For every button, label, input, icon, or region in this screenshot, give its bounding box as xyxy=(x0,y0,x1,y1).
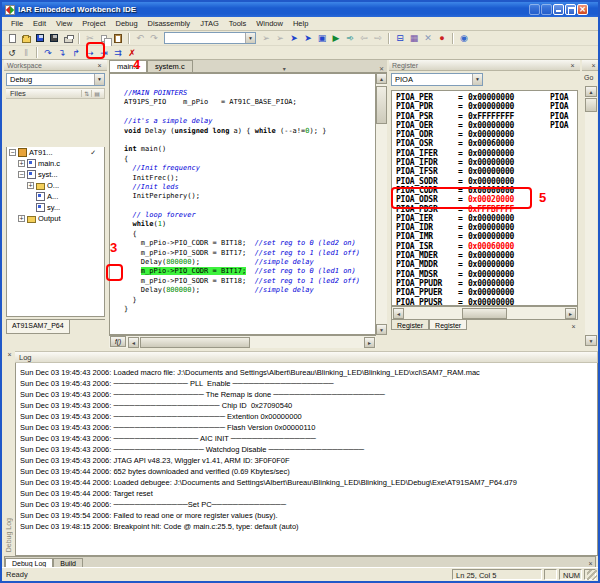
scrollbar-thumb[interactable] xyxy=(462,308,507,319)
menu-tools[interactable]: Tools xyxy=(224,18,252,29)
workspace-file-tree[interactable]: −AT91...✓+main.c−syst...+O...A...sy...+O… xyxy=(6,147,105,317)
previous-bookmark-button[interactable]: ⇦ xyxy=(358,32,371,44)
scroll-down-icon[interactable]: ▼ xyxy=(376,324,387,335)
tree-item-at91[interactable]: −AT91...✓ xyxy=(7,147,104,158)
register-row-pioa_ppusr[interactable]: PIOA_PPUSR=0x00000000 xyxy=(392,298,577,306)
tab-list-icon[interactable]: ▾ xyxy=(283,65,289,72)
step-into-button[interactable]: ↴ xyxy=(56,47,69,59)
register-close-icon[interactable]: × xyxy=(568,61,577,70)
scrollbar-thumb[interactable] xyxy=(585,98,597,112)
register-row-pioa_ppuer[interactable]: PIOA_PPUER=0x00000000 xyxy=(392,288,577,297)
go-button[interactable]: ⇉ xyxy=(112,47,125,59)
tree-expander-icon[interactable]: + xyxy=(18,160,25,167)
scroll-left-icon[interactable]: ◄ xyxy=(128,337,139,348)
register-row-pioa_psr[interactable]: PIOA_PSR=0xFFFFFFFFPIOA xyxy=(392,112,577,121)
chevron-down-icon[interactable]: ▼ xyxy=(472,74,482,85)
register-row-pioa_ifer[interactable]: PIOA_IFER=0x00000000 xyxy=(392,149,577,158)
register-row-pioa_mder[interactable]: PIOA_MDER=0x00000000 xyxy=(392,251,577,260)
register-row-pioa_sodr[interactable]: PIOA_SODR=0x00000000 xyxy=(392,177,577,186)
tree-item-syst[interactable]: −syst... xyxy=(7,169,104,180)
code-area[interactable]: //MAIN POINTERSAT91PS_PIO m_pPio = AT91C… xyxy=(109,73,376,335)
register-row-pioa_ifdr[interactable]: PIOA_IFDR=0x00000000 xyxy=(392,158,577,167)
debug-button[interactable]: ● xyxy=(436,32,449,44)
step-out-button[interactable]: ↱ xyxy=(70,47,83,59)
find-next-button[interactable]: ➢ xyxy=(274,32,287,44)
workspace-project-tab[interactable]: AT91SAM7_P64 xyxy=(6,320,70,334)
menu-disassembly[interactable]: Disassembly xyxy=(143,18,196,29)
options-icon[interactable]: ▤ xyxy=(91,90,100,97)
print-button[interactable] xyxy=(62,32,75,44)
tree-item-sy[interactable]: sy... xyxy=(7,202,104,213)
function-list-button[interactable]: f() xyxy=(110,336,126,347)
editor-close-icon[interactable]: ✕ xyxy=(379,65,387,72)
chevron-down-icon[interactable]: ▼ xyxy=(94,74,104,85)
register-tab-0[interactable]: Register xyxy=(391,320,429,330)
undo-button[interactable]: ↶ xyxy=(134,32,147,44)
register-row-pioa_isr[interactable]: PIOA_ISR=0x00060000 xyxy=(392,242,577,251)
tree-expander-icon[interactable]: − xyxy=(18,171,25,178)
break-button[interactable]: ‖ xyxy=(20,47,33,59)
tree-item-output[interactable]: +Output xyxy=(7,213,104,224)
configuration-combo[interactable]: Debug ▼ xyxy=(6,73,105,86)
tab-main-c[interactable]: main.c xyxy=(109,60,147,72)
scroll-right-icon[interactable]: ► xyxy=(565,308,576,319)
register-row-pioa_ifsr[interactable]: PIOA_IFSR=0x00000000 xyxy=(392,167,577,176)
tree-expander-icon[interactable]: + xyxy=(27,182,34,189)
register-row-pioa_mddr[interactable]: PIOA_MDDR=0x00000000 xyxy=(392,260,577,269)
menu-project[interactable]: Project xyxy=(77,18,110,29)
menu-help[interactable]: Help xyxy=(288,18,313,29)
macro-quicklaunch-button[interactable]: ◉ xyxy=(458,32,471,44)
minimize-button[interactable] xyxy=(553,4,564,15)
toggle-breakpoint-button[interactable]: ➤ xyxy=(288,32,301,44)
close-button[interactable]: ✕ xyxy=(577,4,588,15)
paste-button[interactable] xyxy=(112,32,125,44)
find-previous-button[interactable]: ➢ xyxy=(260,32,273,44)
maximize-button[interactable] xyxy=(565,4,576,15)
new-document-button[interactable] xyxy=(6,32,19,44)
workspace-close-icon[interactable]: × xyxy=(95,61,104,70)
save-all-button[interactable] xyxy=(48,32,61,44)
redo-button[interactable]: ↷ xyxy=(148,32,161,44)
scroll-down-icon[interactable]: ▼ xyxy=(585,335,597,346)
register-row-pioa_mdsr[interactable]: PIOA_MDSR=0x00000000 xyxy=(392,270,577,279)
register-row-pioa_odr[interactable]: PIOA_ODR=0x00000000 xyxy=(392,130,577,139)
menu-edit[interactable]: Edit xyxy=(28,18,51,29)
debugger-windows-button[interactable]: ▣ xyxy=(316,32,329,44)
menu-view[interactable]: View xyxy=(51,18,77,29)
side-panel-close-icon[interactable]: × xyxy=(589,61,598,70)
make-button[interactable]: ▶ xyxy=(330,32,343,44)
sort-icon[interactable]: ⇅ xyxy=(81,90,91,97)
menu-debug[interactable]: Debug xyxy=(111,18,143,29)
menu-file[interactable]: File xyxy=(6,18,28,29)
search-combo-value[interactable] xyxy=(165,33,245,43)
register-row-pioa_ppudr[interactable]: PIOA_PPUDR=0x00000000 xyxy=(392,279,577,288)
next-bookmark-button[interactable]: ⇨ xyxy=(372,32,385,44)
register-tabs-close-icon[interactable]: × xyxy=(569,320,578,331)
compile-button[interactable]: ➾ xyxy=(344,32,357,44)
scroll-up-icon[interactable]: ▲ xyxy=(376,73,387,84)
resize-grip[interactable] xyxy=(587,570,597,580)
register-row-pioa_osr[interactable]: PIOA_OSR=0x00060000 xyxy=(392,139,577,148)
scroll-left-icon[interactable]: ◄ xyxy=(393,308,404,319)
scroll-up-icon[interactable]: ▲ xyxy=(585,86,597,97)
project-options-button[interactable]: ▦ xyxy=(408,32,421,44)
reset-button[interactable]: ↺ xyxy=(6,47,19,59)
tab-system-c[interactable]: system.c xyxy=(147,60,193,72)
scrollbar-thumb[interactable] xyxy=(376,86,387,124)
source-browser-button[interactable]: ⊟ xyxy=(394,32,407,44)
register-tab-1[interactable]: Register xyxy=(429,320,467,330)
tree-item-o[interactable]: +O... xyxy=(7,180,104,191)
register-row-pioa_idr[interactable]: PIOA_IDR=0x00000000 xyxy=(392,223,577,232)
register-row-pioa_pdr[interactable]: PIOA_PDR=0x00000000PIOA xyxy=(392,102,577,111)
scroll-right-icon[interactable]: ► xyxy=(364,337,375,348)
disable-breakpoints-button[interactable]: ✕ xyxy=(422,32,435,44)
register-row-pioa_imr[interactable]: PIOA_IMR=0x00000000 xyxy=(392,232,577,241)
tree-expander-icon[interactable]: − xyxy=(9,149,16,156)
log-content[interactable]: Sun Dec 03 19:45:43 2006: Loaded macro f… xyxy=(15,363,598,556)
tree-item-a[interactable]: A... xyxy=(7,191,104,202)
search-combo[interactable]: ▼ xyxy=(164,32,256,44)
menu-jtag[interactable]: JTAG xyxy=(195,18,224,29)
menu-window[interactable]: Window xyxy=(251,18,288,29)
files-column-header[interactable]: Files ⇅ ▤ xyxy=(6,88,105,99)
enable-breakpoint-button[interactable]: ➤ xyxy=(302,32,315,44)
